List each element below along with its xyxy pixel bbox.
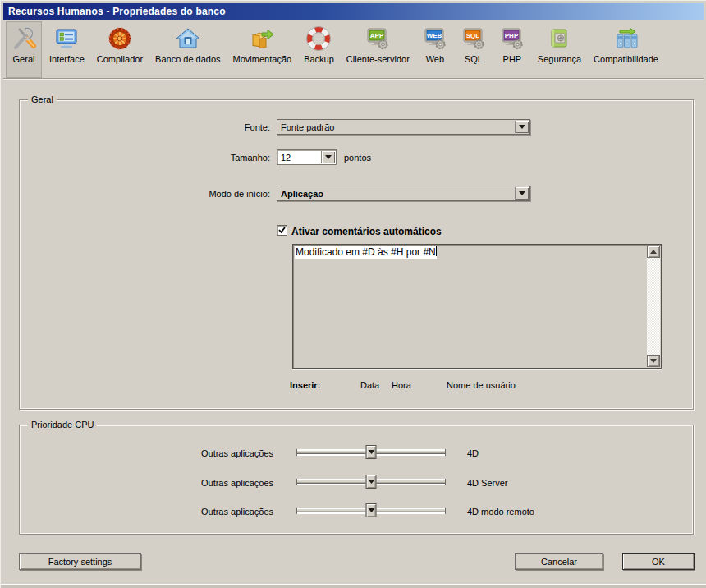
- toolbar-item-label: Cliente-servidor: [346, 54, 410, 64]
- insert-date-button[interactable]: Data: [360, 380, 379, 390]
- toolbar-item-web[interactable]: WEB Web: [417, 21, 453, 78]
- insert-label: Inserir:: [290, 380, 323, 390]
- cpu-slider-4d-server-thumb[interactable]: [366, 475, 377, 489]
- size-label: Tamanho:: [149, 153, 270, 163]
- safe-icon: [546, 25, 572, 52]
- scroll-down-icon: [650, 359, 657, 363]
- slider-right-label: 4D Server: [467, 478, 566, 488]
- svg-text:SQL: SQL: [466, 32, 480, 39]
- toolbar-item-label: Segurança: [538, 54, 581, 64]
- slider-thumb-icon: [368, 450, 374, 454]
- toolbar-item-sql[interactable]: SQL SQL: [456, 21, 492, 78]
- toolbar-item-seguranca[interactable]: Segurança: [533, 21, 586, 78]
- chevron-down-icon: [519, 125, 525, 129]
- insert-time-button[interactable]: Hora: [392, 380, 411, 390]
- cpu-priority-groupbox-legend: Prioridade CPU: [28, 419, 97, 430]
- slider-thumb-icon: [368, 480, 374, 484]
- app-server-icon: APP: [364, 25, 391, 52]
- toolbar-item-label: SQL: [465, 54, 483, 64]
- scroll-down-button[interactable]: [647, 355, 660, 367]
- font-dropdown[interactable]: Fonte padrão: [277, 119, 530, 135]
- svg-text:WEB: WEB: [427, 32, 442, 39]
- settings-toolbar: Geral Interface: [3, 20, 704, 79]
- slider-left-label: Outras aplicações: [150, 448, 273, 458]
- check-icon: [278, 227, 286, 234]
- toolbar-item-backup[interactable]: Backup: [299, 21, 339, 78]
- window-title: Recursos Humanos - Propriedades do banco: [8, 6, 226, 17]
- startup-mode-value: Aplicação: [281, 188, 513, 200]
- toolbar-item-label: Banco de dados: [155, 54, 221, 64]
- toolbar-item-php[interactable]: PHP PHP: [494, 21, 530, 78]
- tools-icon: [11, 25, 37, 52]
- house-icon: [175, 25, 201, 52]
- startup-mode-dropdown[interactable]: Aplicação: [277, 186, 530, 201]
- scroll-up-icon: [650, 250, 657, 254]
- cpu-slider-4d-server[interactable]: [296, 479, 446, 485]
- php-server-icon: PHP: [499, 25, 525, 52]
- toolbar-item-movimentacao[interactable]: Movimentação: [228, 21, 297, 78]
- size-combo-value: 12: [281, 152, 319, 163]
- toolbar-item-geral[interactable]: Geral: [6, 21, 42, 78]
- factory-settings-label: Factory settings: [48, 557, 112, 567]
- box-arrow-icon: [249, 25, 275, 52]
- general-groupbox-legend: Geral: [28, 94, 57, 105]
- binders-icon: [613, 25, 640, 52]
- compiler-wheel-icon: [107, 25, 133, 52]
- slider-left-label: Outras aplicações: [150, 478, 273, 488]
- comments-scrollbar[interactable]: [647, 246, 660, 367]
- window-bottom-edge: [1, 584, 706, 588]
- monitor-list-icon: [53, 25, 80, 52]
- factory-settings-button[interactable]: Factory settings: [19, 553, 141, 570]
- toolbar-item-compatibilidade[interactable]: Compatibilidade: [589, 21, 663, 78]
- startup-mode-label: Modo de início:: [149, 189, 270, 199]
- comments-text-line: Modificado em #D às #H por #N: [295, 246, 437, 259]
- web-server-icon: WEB: [422, 25, 448, 52]
- title-bar[interactable]: Recursos Humanos - Propriedades do banco: [3, 3, 704, 20]
- scroll-up-button[interactable]: [647, 246, 660, 258]
- font-dropdown-value: Fonte padrão: [281, 122, 513, 133]
- font-dropdown-button[interactable]: [515, 121, 529, 133]
- cancel-button[interactable]: Cancelar: [515, 553, 603, 570]
- ok-label: OK: [652, 557, 665, 567]
- size-unit-label: pontos: [344, 153, 393, 163]
- font-label: Fonte:: [149, 122, 270, 132]
- cpu-slider-4d-remote[interactable]: [296, 508, 446, 514]
- slider-thumb-icon: [368, 508, 374, 512]
- svg-text:APP: APP: [370, 32, 384, 39]
- startup-mode-dropdown-button[interactable]: [515, 187, 529, 200]
- chevron-down-icon: [519, 191, 525, 195]
- toolbar-item-label: Movimentação: [233, 54, 292, 64]
- slider-left-label: Outras aplicações: [150, 507, 273, 517]
- toolbar-item-label: Web: [426, 54, 444, 64]
- toolbar-item-cliente-servidor[interactable]: APP Cliente-servidor: [342, 21, 415, 78]
- text-caret: [436, 246, 437, 256]
- auto-comments-label: Ativar comentários automáticos: [291, 226, 505, 237]
- slider-right-label: 4D: [467, 448, 566, 458]
- toolbar-item-label: Interface: [49, 54, 85, 64]
- cancel-label: Cancelar: [541, 557, 577, 567]
- toolbar-item-label: Compilador: [97, 54, 143, 64]
- toolbar-item-label: Backup: [304, 54, 334, 64]
- toolbar-item-banco-de-dados[interactable]: Banco de dados: [150, 21, 226, 78]
- database-properties-dialog: Recursos Humanos - Propriedades do banco…: [0, 0, 706, 588]
- chevron-down-icon: [325, 155, 332, 159]
- toolbar-item-label: Compatibilidade: [594, 54, 658, 64]
- svg-text:PHP: PHP: [505, 32, 519, 39]
- lifebuoy-icon: [305, 25, 332, 52]
- toolbar-item-label: Geral: [13, 54, 35, 64]
- cpu-slider-4d[interactable]: [296, 449, 446, 456]
- toolbar-item-label: PHP: [503, 54, 522, 64]
- comments-textarea[interactable]: Modificado em #D às #H por #N: [292, 244, 662, 369]
- slider-right-label: 4D modo remoto: [467, 507, 566, 517]
- auto-comments-checkbox[interactable]: [277, 225, 287, 236]
- ok-button[interactable]: OK: [622, 553, 695, 570]
- toolbar-item-compilador[interactable]: Compilador: [92, 21, 148, 78]
- size-combo[interactable]: 12: [277, 149, 337, 165]
- cpu-slider-4d-remote-thumb[interactable]: [366, 503, 377, 517]
- cpu-slider-4d-thumb[interactable]: [366, 445, 377, 459]
- size-combo-button[interactable]: [321, 151, 335, 163]
- sql-server-icon: SQL: [461, 25, 487, 52]
- insert-username-button[interactable]: Nome de usuário: [447, 380, 516, 390]
- toolbar-item-interface[interactable]: Interface: [44, 21, 89, 78]
